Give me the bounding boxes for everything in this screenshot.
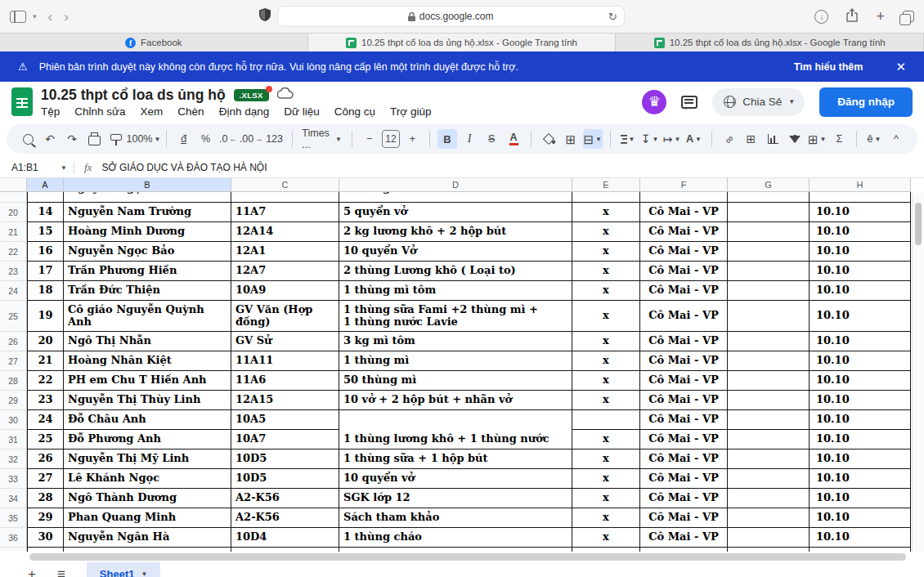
cell[interactable] <box>728 222 810 242</box>
cell[interactable]: Cô Mai - VP <box>640 332 728 351</box>
cell[interactable]: 12A7 <box>231 262 339 281</box>
row-header[interactable]: 28 <box>0 371 27 391</box>
search-menus-icon[interactable] <box>18 129 38 149</box>
share-icon[interactable] <box>846 8 858 25</box>
url-bar[interactable]: docs.google.com ↻ <box>277 6 625 27</box>
cell[interactable] <box>728 508 810 528</box>
menu-item-7[interactable]: Công cụ <box>334 105 375 118</box>
insert-comment-icon[interactable]: ⊞ <box>741 129 760 149</box>
cell[interactable]: 15 <box>27 222 64 242</box>
cell[interactable]: 22 <box>27 371 64 391</box>
cell[interactable]: x <box>572 281 640 301</box>
cell[interactable]: 13 <box>27 192 64 203</box>
cell[interactable]: 21 <box>27 351 64 371</box>
privacy-shield-icon[interactable] <box>259 8 271 25</box>
cell[interactable]: 10A9 <box>231 281 339 301</box>
number-format-button[interactable]: 123 <box>265 129 285 149</box>
back-icon[interactable]: ‹ <box>48 10 53 24</box>
cell[interactable]: x <box>572 391 640 410</box>
cell[interactable] <box>728 192 810 203</box>
cell[interactable]: 12A1 <box>231 242 339 262</box>
cell[interactable]: 10.10 <box>810 222 911 242</box>
cell[interactable] <box>728 410 810 430</box>
borders-button[interactable]: ⊞ <box>561 129 581 149</box>
cell[interactable]: 20 <box>27 332 64 351</box>
cell[interactable] <box>728 528 810 548</box>
cell[interactable] <box>728 262 810 281</box>
signin-button[interactable]: Đăng nhập <box>819 87 913 117</box>
pivot-table-icon[interactable]: ⊞▼ <box>807 129 827 149</box>
redo-icon[interactable]: ↷ <box>62 129 82 149</box>
row-header[interactable]: 32 <box>0 450 27 469</box>
cell[interactable]: 10.10 <box>810 192 911 203</box>
cell[interactable]: 1 thùng mì <box>339 351 572 371</box>
bold-button[interactable]: B <box>437 129 457 149</box>
cell[interactable]: 29 <box>27 508 64 528</box>
cell[interactable] <box>728 469 810 489</box>
cell[interactable]: 28 <box>27 489 64 508</box>
row-header[interactable] <box>0 192 27 203</box>
menu-item-6[interactable]: Dữ liệu <box>284 105 320 118</box>
cell[interactable]: x <box>572 262 640 281</box>
cell[interactable]: 16 <box>27 242 64 262</box>
collapse-toolbar-icon[interactable]: ^ <box>886 129 906 149</box>
column-header-G[interactable]: G <box>728 178 810 192</box>
horizontal-scrollbar[interactable] <box>0 552 924 562</box>
cell[interactable]: Cô Mai - VP <box>640 469 728 489</box>
cell[interactable]: x <box>572 192 640 203</box>
cell[interactable]: Nguyễn Ngọc Bảo <box>64 242 231 262</box>
row-header[interactable]: 24 <box>0 281 27 301</box>
cell[interactable]: 11A7 <box>231 203 339 222</box>
row-header[interactable]: 31 <box>0 430 27 450</box>
cell[interactable]: 24 <box>27 410 64 430</box>
all-sheets-icon[interactable]: ≡ <box>57 567 65 577</box>
row-header[interactable]: 27 <box>0 351 27 371</box>
cell[interactable]: 10 quyển Vở <box>339 242 572 262</box>
cell[interactable]: 10.10 <box>810 281 911 301</box>
column-header-F[interactable]: F <box>640 178 728 192</box>
cell[interactable]: 10.10 <box>810 391 911 410</box>
comment-history-icon[interactable] <box>681 96 697 109</box>
cell[interactable]: Cô Mai - VP <box>640 528 728 548</box>
cell[interactable]: Cô Mai - VP <box>640 281 728 301</box>
cell[interactable]: Cô Mai - VP <box>640 242 728 262</box>
menu-item-4[interactable]: Chèn <box>177 105 204 118</box>
tab-overview-icon[interactable] <box>903 11 914 22</box>
cell[interactable]: 23 <box>27 391 64 410</box>
cell[interactable]: Trần Phương Hiền <box>64 262 231 281</box>
cell[interactable]: Lê Khánh Ngọc <box>64 469 231 489</box>
cell[interactable] <box>728 430 810 450</box>
cell[interactable]: 10 quyển vở <box>339 469 572 489</box>
share-button[interactable]: Chia Sẻ ▼ <box>712 88 805 116</box>
cell[interactable]: x <box>572 301 640 332</box>
cell[interactable] <box>728 203 810 222</box>
forward-icon[interactable]: › <box>64 10 69 24</box>
cell[interactable]: 10A7 <box>231 430 339 450</box>
document-title[interactable]: 10.25 thpt cổ loa ds ủng hộ <box>41 87 226 104</box>
row-header[interactable]: 36 <box>0 528 27 548</box>
cell[interactable]: Cô Mai - VP <box>640 192 728 203</box>
horizontal-align-button[interactable]: ▼ <box>618 129 638 149</box>
fill-color-button[interactable] <box>539 129 558 149</box>
cell[interactable]: 10D5 <box>231 450 339 469</box>
cell[interactable]: 12A15 <box>231 391 339 410</box>
cell[interactable]: 10.10 <box>810 489 911 508</box>
cell[interactable]: Phan Quang Minh <box>64 508 231 528</box>
insert-chart-icon[interactable] <box>763 129 783 149</box>
cell[interactable]: 10.10 <box>810 450 911 469</box>
cell[interactable]: 25 <box>27 430 64 450</box>
cell[interactable]: 10.10 <box>810 469 911 489</box>
cell[interactable]: Cô Mai - VP <box>640 203 728 222</box>
browser-tab-facebook[interactable]: f Facebook <box>0 34 308 51</box>
add-sheet-icon[interactable]: + <box>28 567 36 577</box>
cell[interactable]: Ngô Thành Dương <box>64 489 231 508</box>
banner-close-icon[interactable]: ✕ <box>895 60 906 74</box>
cell[interactable] <box>339 410 572 430</box>
horizontal-scrollbar-thumb[interactable] <box>29 553 906 561</box>
sheets-logo-icon[interactable] <box>11 87 33 116</box>
cell[interactable]: 10.10 <box>810 351 911 371</box>
cell[interactable] <box>728 281 810 301</box>
cell[interactable]: 17 <box>27 262 64 281</box>
cell[interactable]: x <box>572 528 640 548</box>
cell[interactable]: 10.10 <box>810 262 911 281</box>
